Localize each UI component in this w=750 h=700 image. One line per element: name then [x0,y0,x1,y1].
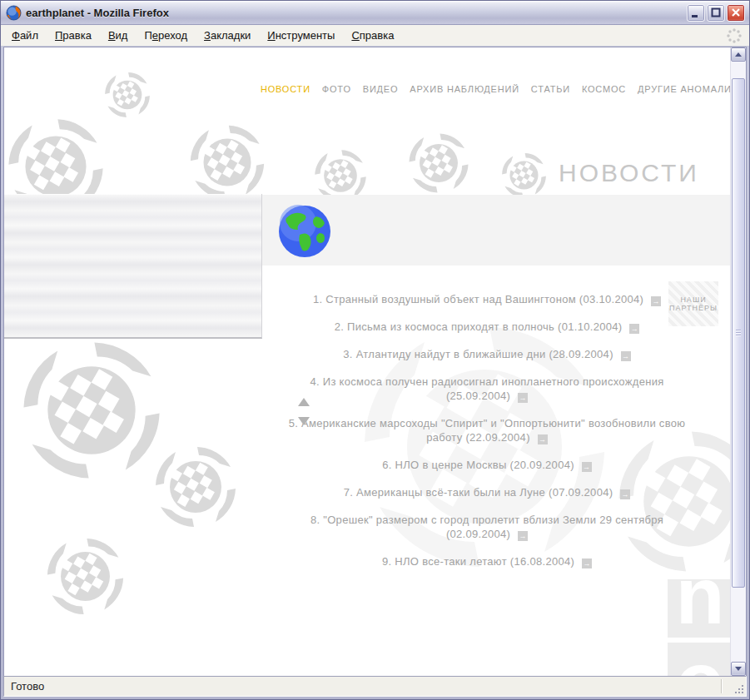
menu-item[interactable]: Правка [47,27,99,44]
scrollbar-track[interactable] [731,62,746,662]
status-bar: Готово [3,676,747,697]
menu-item[interactable]: Переход [137,27,195,44]
nav-item[interactable]: ФОТО [322,84,351,94]
planet-letter-decoration: n [668,579,730,638]
swirl-decoration-icon [154,445,237,529]
swirl-decoration-icon [189,124,266,201]
earth-globe-icon [278,205,331,258]
news-item-text[interactable]: 2. Письма из космоса приходят в полночь … [335,320,623,333]
up-arrow-icon [735,52,742,57]
title-bar[interactable]: earthplanet - Mozilla Firefox [1,1,749,25]
arrow-right-icon[interactable]: → [582,559,592,568]
nav-item[interactable]: НОВОСТИ [261,84,310,94]
news-item-text[interactable]: 1. Странный воздушный объект над Вашингт… [313,293,643,305]
maximize-button[interactable] [707,4,725,22]
status-bar-divider [721,679,723,693]
news-list: 1. Странный воздушный объект над Вашингт… [287,292,687,582]
menu-item[interactable]: Закладки [196,27,258,44]
menu-item[interactable]: Файл [4,27,46,44]
news-list-item[interactable]: 9. НЛО все-таки летают (16.08.2004) → [287,554,687,568]
status-text: Готово [11,680,44,693]
page-viewport: НОВОСТИФОТОВИДЕОАРХИВ НАБЛЮДЕНИЙСТАТЬИКО… [4,47,730,676]
swirl-decoration-icon [408,132,469,194]
minimize-button[interactable] [687,4,705,22]
news-list-item[interactable]: 1. Странный воздушный объект над Вашингт… [287,292,687,306]
firefox-icon [6,5,22,21]
arrow-right-icon[interactable]: → [518,531,528,541]
arrow-right-icon[interactable]: → [629,324,639,334]
nav-item[interactable]: ВИДЕО [363,84,399,94]
menu-item[interactable]: Инструменты [260,27,342,44]
throbber-icon [726,27,743,44]
news-list-item[interactable]: 7. Американцы всё-таки были на Луне (07.… [287,485,687,499]
news-item-text[interactable]: 9. НЛО все-таки летают (16.08.2004) [382,555,574,568]
arrow-right-icon[interactable]: → [518,393,528,403]
arrow-right-icon[interactable]: → [651,296,661,306]
nav-item[interactable]: ДРУГИЕ АНОМАЛИИ [638,84,730,94]
scrollbar-down-button[interactable] [731,662,746,676]
scrollbar-thumb[interactable] [732,78,745,588]
news-list-item[interactable]: 5. Американские марсоходы "Спирит" и "Оп… [287,416,687,444]
scroll-up-icon[interactable] [298,398,310,406]
nav-item[interactable]: СТАТЬИ [531,84,570,94]
news-item-text[interactable]: 5. Американские марсоходы "Спирит" и "Оп… [289,417,686,444]
arrow-right-icon[interactable]: → [582,462,592,472]
news-item-text[interactable]: 8. "Орешек" размером с город пролетит вб… [310,514,663,540]
swirl-decoration-icon [46,537,125,616]
arrow-right-icon[interactable]: → [620,489,630,499]
swirl-decoration-icon [104,72,151,118]
news-list-item[interactable]: 6. НЛО в ценре Москвы (20.09.2004) → [287,458,687,472]
resize-grip-icon[interactable] [742,692,743,693]
news-list-item[interactable]: 2. Письма из космоса приходят в полночь … [287,320,687,334]
news-item-text[interactable]: 6. НЛО в ценре Москвы (20.09.2004) [382,459,574,471]
news-list-item[interactable]: 4. Из космоса получен радиосигнал инопла… [287,375,687,403]
close-button[interactable] [727,4,745,22]
news-item-text[interactable]: 7. Американцы всё-таки были на Луне (07.… [344,486,613,499]
nav-item[interactable]: КОСМОС [582,84,626,94]
window-title: earthplanet - Mozilla Firefox [26,7,685,19]
news-item-text[interactable]: 3. Атлантиду найдут в ближайшие дни (28.… [343,348,613,360]
news-list-item[interactable]: 8. "Орешек" размером с город пролетит вб… [287,513,687,541]
browser-window: earthplanet - Mozilla Firefox ФайлПравка… [0,0,750,700]
menu-item[interactable]: Вид [101,27,136,44]
down-arrow-icon [735,667,742,671]
site-navigation: НОВОСТИФОТОВИДЕОАРХИВ НАБЛЮДЕНИЙСТАТЬИКО… [261,79,730,99]
menu-item[interactable]: Справка [344,27,401,44]
scroll-down-icon[interactable] [298,417,310,425]
swirl-decoration-icon [21,340,162,481]
scrollbar-up-button[interactable] [731,47,746,62]
page-title: НОВОСТИ [559,159,699,187]
news-list-item[interactable]: 3. Атлантиду найдут в ближайшие дни (28.… [287,347,687,361]
left-menu-panel[interactable] [4,194,262,339]
nav-item[interactable]: АРХИВ НАБЛЮДЕНИЙ [410,84,519,94]
arrow-right-icon[interactable]: → [621,351,631,361]
news-item-text[interactable]: 4. Из космоса получен радиосигнал инопла… [310,375,663,402]
planet-letter-decoration: e [668,643,730,676]
vertical-scrollbar[interactable] [730,47,746,676]
swirl-decoration-icon [501,152,547,198]
arrow-right-icon[interactable]: → [538,434,548,444]
partners-banner[interactable]: НАШИ ПАРТНЁРЫ [668,281,718,326]
menu-bar: ФайлПравкаВидПереходЗакладкиИнструментыС… [1,25,749,47]
